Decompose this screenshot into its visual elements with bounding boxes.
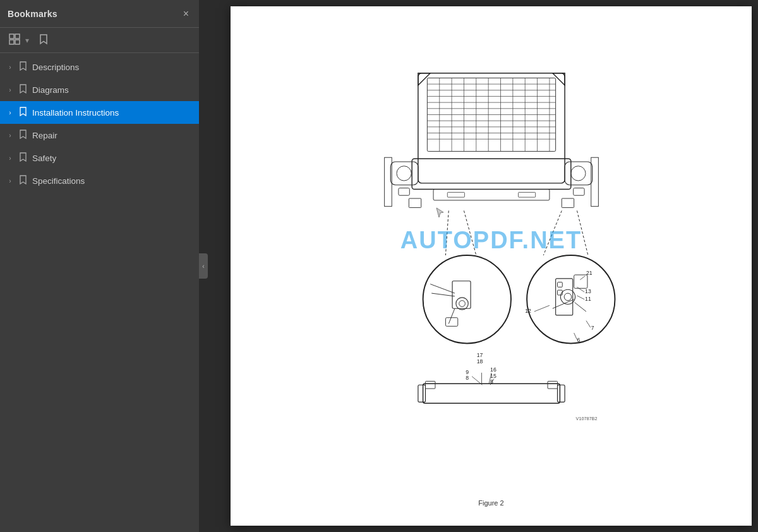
svg-rect-36 <box>447 192 464 197</box>
svg-rect-4 <box>418 73 564 183</box>
svg-text:18: 18 <box>476 358 483 365</box>
chevron-icon: › <box>6 155 14 162</box>
sidebar-toolbar: ▾ <box>0 28 199 53</box>
svg-rect-63 <box>423 384 560 403</box>
svg-marker-26 <box>418 73 430 85</box>
pdf-page: AUTOPDF.NET <box>231 6 752 526</box>
figure-caption: Figure 2 <box>478 499 503 507</box>
sidebar-item-label-specifications: Specifications <box>32 176 194 186</box>
sidebar-item-label-installation: Installation Instructions <box>32 108 194 118</box>
svg-text:8: 8 <box>466 375 469 381</box>
bookmark-icon-installation <box>19 107 27 118</box>
sidebar-item-label-descriptions: Descriptions <box>32 63 194 72</box>
bookmark-icon-diagrams <box>19 84 27 95</box>
svg-rect-38 <box>409 198 421 208</box>
svg-text:17: 17 <box>476 352 483 358</box>
svg-rect-29 <box>390 162 418 185</box>
svg-rect-1 <box>15 34 20 39</box>
expand-dropdown-icon: ▾ <box>25 36 29 45</box>
svg-rect-3 <box>15 40 20 44</box>
expand-all-button[interactable] <box>5 31 24 49</box>
svg-rect-67 <box>548 381 557 389</box>
chevron-icon-active: › <box>6 109 14 116</box>
svg-rect-35 <box>433 190 550 200</box>
svg-marker-27 <box>552 73 564 85</box>
bookmark-icon-descriptions <box>19 61 27 73</box>
svg-rect-39 <box>562 198 574 208</box>
sidebar-item-label-repair: Repair <box>32 131 194 140</box>
svg-rect-33 <box>398 188 409 196</box>
svg-rect-37 <box>518 192 535 197</box>
sidebar-item-repair[interactable]: › Repair <box>0 124 199 147</box>
svg-rect-34 <box>573 188 584 196</box>
technical-drawing-area: 17 18 9 8 16 15 8 21 13 11 <box>256 19 726 494</box>
svg-line-61 <box>543 210 562 255</box>
bookmark-list: › Descriptions › Diagrams › Installation… <box>0 53 199 195</box>
sidebar-item-label-safety: Safety <box>32 154 194 163</box>
svg-text:V10787B2: V10787B2 <box>575 416 597 421</box>
bookmark-icon-specifications <box>19 175 27 186</box>
sidebar-item-specifications[interactable]: › Specifications <box>0 169 199 192</box>
svg-point-32 <box>570 166 585 181</box>
bookmark-icon <box>38 33 49 47</box>
sidebar-header: Bookmarks × <box>0 0 199 28</box>
technical-drawing-svg: 17 18 9 8 16 15 8 21 13 11 <box>327 67 656 446</box>
sidebar-item-label-diagrams: Diagrams <box>32 85 194 95</box>
svg-rect-31 <box>565 162 593 185</box>
svg-point-42 <box>423 255 510 343</box>
sidebar-item-diagrams[interactable]: › Diagrams <box>0 78 199 101</box>
svg-text:7: 7 <box>591 325 594 331</box>
svg-text:9: 9 <box>466 369 469 375</box>
svg-line-62 <box>577 210 587 255</box>
sidebar-item-installation-instructions[interactable]: › Installation Instructions <box>0 101 199 124</box>
bookmark-icon-repair <box>19 130 27 141</box>
chevron-icon: › <box>6 178 14 184</box>
pdf-content: AUTOPDF.NET <box>231 6 752 526</box>
chevron-icon: › <box>6 132 14 139</box>
sidebar-title: Bookmarks <box>8 9 57 19</box>
sidebar: Bookmarks × ▾ › <box>0 0 199 532</box>
svg-text:21: 21 <box>586 270 593 276</box>
svg-text:6: 6 <box>577 337 580 343</box>
svg-rect-65 <box>557 385 565 402</box>
svg-rect-28 <box>412 159 571 189</box>
svg-rect-66 <box>425 381 435 389</box>
main-content-area: AUTOPDF.NET <box>199 0 758 532</box>
svg-point-30 <box>397 166 411 181</box>
svg-rect-64 <box>418 385 425 402</box>
chevron-icon: › <box>6 87 14 94</box>
sidebar-collapse-handle[interactable]: ‹ <box>199 253 208 279</box>
svg-text:12: 12 <box>525 308 531 314</box>
svg-text:13: 13 <box>585 288 591 294</box>
close-button[interactable]: × <box>181 8 191 20</box>
sidebar-item-safety[interactable]: › Safety <box>0 147 199 169</box>
svg-line-59 <box>445 210 448 255</box>
collapse-icon: ‹ <box>202 263 204 270</box>
svg-rect-0 <box>9 34 14 39</box>
svg-text:15: 15 <box>490 373 496 379</box>
svg-text:11: 11 <box>585 296 591 302</box>
expand-all-icon <box>9 33 20 47</box>
svg-rect-2 <box>9 40 14 44</box>
svg-text:16: 16 <box>490 366 496 373</box>
bookmark-icon-safety <box>19 152 27 164</box>
sidebar-item-descriptions[interactable]: › Descriptions <box>0 56 199 78</box>
bookmark-view-button[interactable] <box>34 31 53 49</box>
chevron-icon: › <box>6 64 14 71</box>
svg-line-60 <box>464 210 476 255</box>
